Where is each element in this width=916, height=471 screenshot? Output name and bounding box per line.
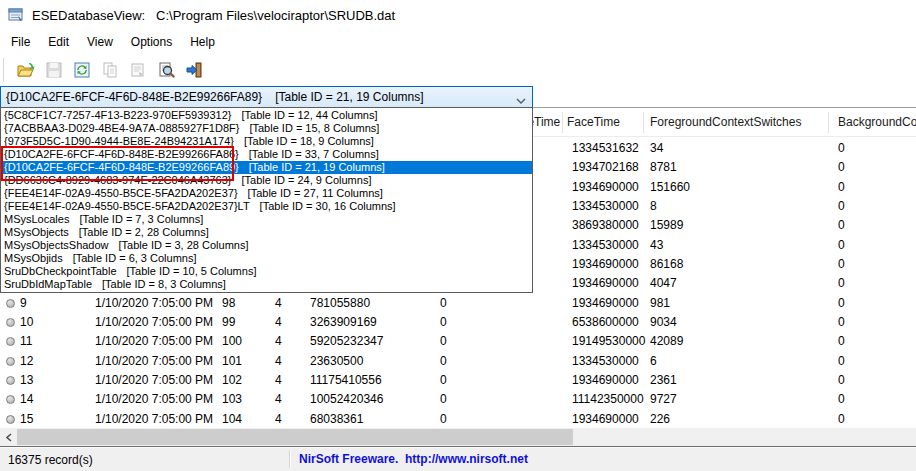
dropdown-item-table-name: {FEE4E14F-02A9-4550-B5CE-5FA2DA202E37}: [4, 187, 238, 200]
cell-foreground-contextswitches: 4047: [650, 276, 677, 291]
record-count: 16375 record(s): [8, 453, 93, 467]
table-row[interactable]: 10 1/10/2020 7:05:00 PM 99 4 3263909169 …: [0, 313, 916, 332]
cell-appid: 102: [222, 373, 242, 388]
column-divider[interactable]: [643, 112, 644, 133]
cell-background-cycletime: 0: [440, 296, 447, 311]
cell-foreground-contextswitches: 6: [650, 354, 657, 369]
status-bar: 16375 record(s) NirSoft Freeware. http:/…: [0, 446, 916, 471]
cell-id: 10: [20, 315, 33, 330]
title-bar: ESEDatabaseView: C:\Program Files\veloci…: [0, 0, 916, 30]
cell-appid: 104: [222, 412, 242, 427]
cell-foreground-contextswitches: 42089: [650, 334, 683, 349]
open-file-icon[interactable]: [16, 60, 36, 80]
cell-facetime: 1934690000: [572, 412, 639, 427]
menu-item[interactable]: File: [2, 32, 39, 52]
cell-foreground-contextswitches: 981: [650, 296, 670, 311]
table-row[interactable]: 14 1/10/2020 7:05:00 PM 103 4 1005242034…: [0, 390, 916, 409]
menu-item[interactable]: View: [78, 32, 122, 52]
cell-foreground-cycletime: 59205232347: [310, 334, 383, 349]
scrollbar-thumb[interactable]: [17, 429, 573, 445]
find-icon[interactable]: [156, 60, 176, 80]
column-divider[interactable]: [562, 112, 563, 133]
menu-item[interactable]: Help: [181, 32, 224, 52]
dropdown-item[interactable]: MSysObjectsShadow [Table ID = 3, 28 Colu…: [1, 239, 532, 252]
dropdown-item-table-info: [Table ID = 18, 9 Columns]: [244, 135, 374, 148]
table-row[interactable]: 13 1/10/2020 7:05:00 PM 102 4 1117541055…: [0, 371, 916, 390]
exit-icon[interactable]: [184, 60, 204, 80]
cell-id: 13: [20, 373, 33, 388]
dropdown-item-table-info: [Table ID = 2, 28 Columns]: [79, 226, 209, 239]
cell-background-cycletime: 0: [440, 412, 447, 427]
record-icon: [6, 357, 15, 366]
table-row[interactable]: 12 1/10/2020 7:05:00 PM 101 4 23630500 0…: [0, 352, 916, 371]
cell-foreground-contextswitches: 8: [650, 199, 657, 214]
nirsoft-branding-link[interactable]: NirSoft Freeware. http://www.nirsoft.net: [299, 452, 528, 466]
cell-background-contextswitches: 0: [838, 160, 845, 175]
cell-foreground-contextswitches: 15989: [650, 218, 683, 233]
cell-timestamp: 1/10/2020 7:05:00 PM: [95, 354, 213, 369]
dropdown-item[interactable]: {FEE4E14F-02A9-4550-B5CE-5FA2DA202E37} […: [1, 187, 532, 200]
dropdown-item[interactable]: MSysObjids [Table ID = 6, 3 Columns]: [1, 252, 532, 265]
cell-background-contextswitches: 0: [838, 354, 845, 369]
record-icon: [6, 395, 15, 404]
dropdown-item[interactable]: MSysObjects [Table ID = 2, 28 Columns]: [1, 226, 532, 239]
cell-userid: 4: [275, 373, 282, 388]
cell-foreground-cycletime: 11175410556: [310, 373, 382, 388]
dropdown-item[interactable]: {5C8CF1C7-7257-4F13-B223-970EF5939312} […: [1, 109, 532, 122]
cell-id: 11: [20, 334, 32, 349]
cell-userid: 4: [275, 315, 282, 330]
record-icon: [6, 299, 15, 308]
horizontal-scrollbar[interactable]: [0, 428, 916, 446]
dropdown-item[interactable]: {FEE4E14F-02A9-4550-B5CE-5FA2DA202E37}LT…: [1, 200, 532, 213]
column-divider[interactable]: [828, 112, 829, 133]
table-row[interactable]: 11 1/10/2020 7:05:00 PM 100 4 5920523234…: [0, 332, 916, 351]
cell-foreground-cycletime: 23630500: [310, 354, 363, 369]
cell-background-contextswitches: 0: [838, 141, 845, 156]
cell-foreground-contextswitches: 2361: [650, 373, 677, 388]
column-header[interactable]: BackgroundContextSwitches: [838, 109, 916, 136]
dropdown-item-table-name: {7ACBBAA3-D029-4BE4-9A7A-0885927F1D8F}: [4, 122, 239, 135]
dropdown-item-table-info: [Table ID = 30, 16 Columns]: [260, 200, 396, 213]
column-header[interactable]: ForegroundContextSwitches: [650, 109, 801, 136]
menu-item[interactable]: Options: [122, 32, 181, 52]
copy-icon: [100, 60, 120, 80]
dropdown-item-table-info: [Table ID = 3, 28 Columns]: [119, 239, 249, 252]
cell-background-contextswitches: 0: [838, 412, 845, 427]
dropdown-item-table-info: [Table ID = 33, 7 Columns]: [249, 148, 379, 161]
dropdown-item[interactable]: SruDbIdMapTable [Table ID = 8, 3 Columns…: [1, 278, 532, 291]
cell-timestamp: 1/10/2020 7:05:00 PM: [95, 296, 213, 311]
dropdown-item-table-info: [Table ID = 24, 9 Columns]: [242, 174, 372, 187]
cell-userid: 4: [275, 392, 282, 407]
selected-table-name: {D10CA2FE-6FCF-4F6D-848E-B2E99266FA89}: [6, 90, 262, 104]
toolbar-grip: [3, 58, 4, 82]
cell-appid: 98: [222, 296, 235, 311]
dropdown-item-table-name: MSysObjectsShadow: [4, 239, 109, 252]
table-row[interactable]: 9 1/10/2020 7:05:00 PM 98 4 781055880 0 …: [0, 294, 916, 313]
cell-background-contextswitches: 0: [838, 392, 845, 407]
table-selector-combobox[interactable]: {D10CA2FE-6FCF-4F6D-848E-B2E99266FA89} […: [0, 86, 533, 108]
dropdown-item[interactable]: SruDbCheckpointTable [Table ID = 10, 5 C…: [1, 265, 532, 278]
menu-bar: FileEditViewOptionsHelp: [0, 30, 916, 53]
dropdown-item[interactable]: {7ACBBAA3-D029-4BE4-9A7A-0885927F1D8F} […: [1, 122, 532, 135]
cell-facetime: 1334530000: [572, 354, 639, 369]
cell-facetime: 1934702168: [572, 160, 639, 175]
dropdown-item[interactable]: MSysLocales [Table ID = 7, 3 Columns]: [1, 213, 532, 226]
cell-facetime: 1934690000: [572, 180, 639, 195]
table-row[interactable]: 15 1/10/2020 7:05:00 PM 104 4 68038361 0…: [0, 410, 916, 429]
menu-item[interactable]: Edit: [39, 32, 78, 52]
chevron-down-icon[interactable]: [516, 94, 526, 108]
cell-facetime: 3869380000: [572, 218, 639, 233]
refresh-icon[interactable]: [72, 60, 92, 80]
scroll-left-arrow[interactable]: [0, 428, 17, 446]
cell-timestamp: 1/10/2020 7:05:00 PM: [95, 334, 213, 349]
app-icon: [8, 7, 24, 27]
dropdown-item-table-name: SruDbIdMapTable: [4, 278, 92, 291]
dropdown-item-table-info: [Table ID = 21, 19 Columns]: [249, 161, 385, 174]
cell-id: 14: [20, 392, 33, 407]
cell-id: 12: [20, 354, 33, 369]
column-header[interactable]: FaceTime: [567, 109, 620, 136]
cell-facetime: 11142350000: [572, 392, 644, 407]
cell-userid: 4: [275, 334, 282, 349]
cell-facetime: 1334530000: [572, 238, 639, 253]
table-dropdown-list: {5C8CF1C7-7257-4F13-B223-970EF5939312} […: [0, 107, 533, 293]
